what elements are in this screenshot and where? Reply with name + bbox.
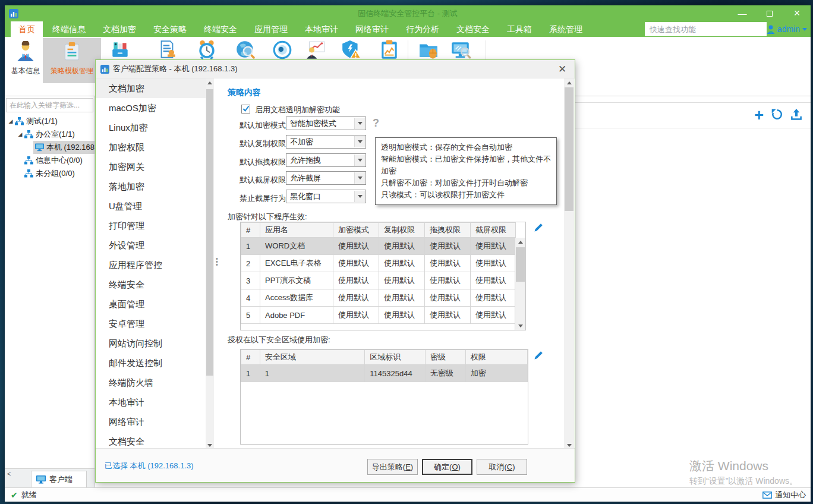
refresh-icon[interactable]: [771, 108, 783, 123]
alarm-clock-icon[interactable]: [196, 39, 218, 61]
archive-cabinet-icon[interactable]: [109, 39, 131, 61]
dialog-content-scrollbar[interactable]: [564, 78, 574, 449]
tab-terminal-info[interactable]: 终端信息: [45, 21, 93, 37]
tab-home[interactable]: 首页: [11, 21, 43, 37]
dialog-close-icon[interactable]: ✕: [550, 60, 575, 78]
maximize-button[interactable]: [756, 5, 783, 21]
sidebar-item-app-control[interactable]: 应用程序管控: [96, 255, 206, 275]
table-scrollbar[interactable]: [515, 238, 525, 330]
tab-terminal-security[interactable]: 终端安全: [196, 21, 245, 37]
sidebar-item-encrypt-gateway[interactable]: 加密网关: [96, 157, 206, 177]
tree-node-test[interactable]: ◢ 测试(1/1): [5, 115, 58, 128]
expand-icon[interactable]: ◢: [17, 131, 24, 137]
screenshot-block-select[interactable]: 黑化窗口: [286, 190, 366, 203]
edit-apps-icon[interactable]: [534, 223, 543, 232]
sidebar-item-network-audit[interactable]: 网络审计: [96, 412, 206, 431]
user-menu[interactable]: admin: [767, 21, 807, 37]
expand-icon[interactable]: ◢: [7, 118, 14, 124]
scrollbar-thumb[interactable]: [516, 247, 525, 282]
transparent-encrypt-checkbox-label: 启用文档透明加解密功能: [255, 105, 340, 115]
sidebar-item-linux[interactable]: Linux加密: [96, 118, 206, 137]
scroll-up-icon[interactable]: [515, 238, 525, 246]
table-row[interactable]: 5Adobe PDF使用默认使用默认使用默认使用默认: [241, 307, 516, 324]
ribbon-basic-info-button[interactable]: 基本信息: [8, 38, 43, 83]
chevron-down-icon[interactable]: [354, 191, 365, 202]
sidebar-item-usb[interactable]: U盘管理: [96, 196, 206, 216]
sidebar-item-print[interactable]: 打印管理: [96, 216, 206, 235]
add-icon[interactable]: +: [754, 109, 764, 121]
sidebar-item-terminal-security[interactable]: 终端安全: [96, 275, 206, 294]
export-policy-button[interactable]: 导出策略(E): [367, 459, 418, 475]
sidebar-item-peripheral[interactable]: 外设管理: [96, 235, 206, 255]
scroll-up-icon[interactable]: [564, 78, 574, 87]
table-row[interactable]: 111145325d44无密级加密: [241, 365, 528, 382]
scroll-down-icon[interactable]: [515, 322, 525, 330]
client-panel-tab[interactable]: 客户端: [31, 471, 87, 488]
tree-node-office[interactable]: ◢ 办公室(1/1): [5, 128, 75, 141]
shield-warning-icon[interactable]: [341, 39, 362, 61]
tab-network-audit[interactable]: 网络审计: [348, 21, 396, 37]
tab-system-management[interactable]: 系统管理: [541, 21, 590, 37]
sidebar-item-website-access[interactable]: 网站访问控制: [96, 333, 206, 353]
sidebar-item-local-audit[interactable]: 本地审计: [96, 392, 206, 412]
tab-app-management[interactable]: 应用管理: [247, 21, 295, 37]
copy-permission-select[interactable]: 不加密: [286, 135, 366, 149]
chevron-down-icon[interactable]: [354, 172, 365, 184]
notification-center[interactable]: 通知中心: [762, 490, 806, 500]
tab-doc-encryption[interactable]: 文档加密: [95, 21, 144, 37]
chevron-down-icon[interactable]: [354, 118, 365, 129]
sidebar-item-doc-security[interactable]: 文档安全: [96, 431, 206, 449]
tree-node-ungrouped[interactable]: 未分组(0/0): [5, 167, 75, 180]
chevron-down-icon[interactable]: [354, 136, 365, 147]
tab-doc-security[interactable]: 文档安全: [449, 21, 497, 37]
person-presentation-icon[interactable]: [305, 39, 326, 61]
document-stamp-icon[interactable]: [156, 39, 178, 61]
search-input[interactable]: [645, 22, 767, 36]
sidebar-item-android[interactable]: 安卓管理: [96, 314, 206, 333]
sidebar-item-landing-encrypt[interactable]: 落地加密: [96, 177, 206, 196]
monitor-search-icon[interactable]: [450, 39, 471, 61]
tab-scroll-left-icon[interactable]: <: [7, 470, 11, 477]
screenshot-permission-select[interactable]: 允许截屏: [286, 171, 366, 185]
transparent-encrypt-checkbox[interactable]: [241, 105, 250, 114]
clipboard-chart-icon[interactable]: [379, 39, 400, 61]
upload-icon[interactable]: [790, 108, 802, 123]
tree-filter-input[interactable]: [6, 98, 93, 112]
minimize-button[interactable]: —: [729, 5, 756, 21]
close-button[interactable]: ×: [783, 5, 811, 21]
tab-security-policy[interactable]: 安全策略: [146, 21, 194, 37]
chevron-down-icon[interactable]: [354, 155, 365, 166]
cancel-button[interactable]: 取消(C): [477, 459, 527, 475]
sidebar-item-macos[interactable]: macOS加密: [96, 98, 206, 118]
drag-permission-select[interactable]: 允许拖拽: [286, 153, 366, 167]
sidebar-item-doc-encryption[interactable]: 文档加密: [96, 78, 206, 98]
encrypt-mode-select[interactable]: 智能加密模式: [286, 116, 366, 130]
table-row[interactable]: 1WORD文档使用默认使用默认使用默认使用默认: [241, 238, 516, 255]
tab-toolbox[interactable]: 工具箱: [499, 21, 540, 37]
eye-monitor-icon[interactable]: [272, 39, 293, 61]
sidebar-item-email-control[interactable]: 邮件发送控制: [96, 353, 206, 373]
splitter-handle[interactable]: •••: [216, 257, 218, 266]
sidebar-item-firewall[interactable]: 终端防火墙: [96, 373, 206, 392]
policy-content-heading: 策略内容: [228, 87, 261, 98]
sidebar-scrollbar[interactable]: [206, 78, 214, 449]
tree-node-localhost[interactable]: 本机 (192.168.1.3): [33, 141, 94, 154]
scrollbar-thumb[interactable]: [206, 89, 213, 376]
scrollbar-thumb[interactable]: [565, 87, 573, 211]
globe-search-icon[interactable]: [235, 39, 256, 61]
col-app-name: 应用名: [260, 223, 333, 238]
edit-zones-icon[interactable]: [534, 351, 543, 360]
tab-local-audit[interactable]: 本地审计: [297, 21, 346, 37]
sidebar-item-encrypt-permission[interactable]: 加密权限: [96, 137, 206, 157]
scroll-up-icon[interactable]: [206, 78, 214, 87]
tree-node-info-center[interactable]: 信息中心(0/0): [5, 154, 83, 167]
ok-button[interactable]: 确定(O): [422, 459, 472, 475]
tab-behavior-analysis[interactable]: 行为分析: [398, 21, 447, 37]
table-row[interactable]: 2EXCEL电子表格使用默认使用默认使用默认使用默认: [241, 255, 516, 272]
table-row[interactable]: 4Access数据库使用默认使用默认使用默认使用默认: [241, 289, 516, 307]
folder-mouse-icon[interactable]: [418, 39, 439, 61]
ribbon-policy-template-button[interactable]: 策略模板管理: [43, 38, 101, 83]
help-icon[interactable]: ?: [373, 117, 379, 130]
sidebar-item-desktop[interactable]: 桌面管理: [96, 294, 206, 314]
table-row[interactable]: 3PPT演示文稿使用默认使用默认使用默认使用默认: [241, 272, 516, 289]
